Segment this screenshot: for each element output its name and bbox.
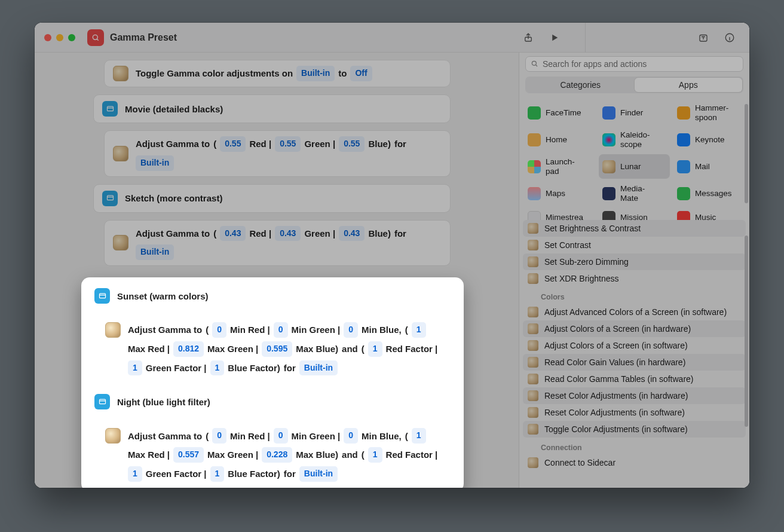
- app-label: Mail: [695, 162, 710, 172]
- action-item[interactable]: Set Brightness & Contrast: [523, 220, 746, 237]
- app-label: Launch- pad: [546, 157, 575, 176]
- minimize-window-button[interactable]: [56, 34, 63, 41]
- lunar-icon: [528, 307, 538, 317]
- action-item[interactable]: Toggle Color Adjustments (in software): [523, 421, 746, 438]
- svg-rect-4: [107, 106, 113, 111]
- state-token[interactable]: Off: [350, 66, 372, 81]
- app-finder[interactable]: Finder: [599, 100, 670, 125]
- screen-token[interactable]: Built-in: [299, 360, 338, 376]
- action-text: Toggle Gamma color adjustments on: [136, 66, 293, 81]
- screen-token[interactable]: Built-in: [299, 466, 338, 482]
- menu-item-label: Sunset (warm colors): [117, 291, 209, 301]
- green-token[interactable]: 0.43: [275, 226, 301, 241]
- close-window-button[interactable]: [44, 34, 51, 41]
- svg-rect-8: [99, 399, 105, 404]
- app-kaleido-scope[interactable]: Kaleido- scope: [599, 127, 670, 152]
- screen-token[interactable]: Built-in: [136, 155, 174, 171]
- lunar-icon: [113, 66, 128, 81]
- tab-categories[interactable]: Categories: [526, 78, 635, 92]
- action-item[interactable]: Set Sub-zero Dimming: [523, 253, 746, 270]
- lunar-icon: [528, 357, 538, 368]
- action-adjust-gamma-movie[interactable]: Adjust Gamma to ( 0.55 Red | 0.55 Green …: [104, 130, 451, 177]
- info-button[interactable]: [719, 29, 740, 46]
- app-label: Keynote: [695, 135, 725, 145]
- action-toggle-gamma[interactable]: Toggle Gamma color adjustments on Built-…: [104, 60, 451, 87]
- action-label: Set Brightness & Contrast: [544, 224, 641, 233]
- library-button[interactable]: [693, 29, 713, 46]
- screen-token[interactable]: Built-in: [136, 244, 174, 260]
- action-item[interactable]: Set XDR Brightness: [523, 270, 746, 287]
- highlighted-actions: Sunset (warm colors) Adjust Gamma to ( 0…: [81, 277, 464, 488]
- share-button[interactable]: [518, 29, 538, 46]
- menu-item-sketch[interactable]: Sketch (more contrast): [93, 184, 451, 213]
- lunar-icon: [528, 390, 538, 401]
- action-adjust-gamma-sunset[interactable]: Adjust Gamma to ( 0 Min Red | 0 Min Gree…: [97, 317, 459, 381]
- app-mail[interactable]: Mail: [673, 154, 745, 179]
- action-item[interactable]: Adjust Colors of a Screen (in software): [523, 337, 746, 354]
- toolbar-divider: [585, 23, 586, 53]
- app-icon: [677, 133, 690, 146]
- app-icon: [602, 187, 615, 200]
- app-icon: [677, 187, 690, 200]
- lunar-icon: [528, 223, 538, 234]
- app-messages[interactable]: Messages: [673, 181, 745, 206]
- app-facetime[interactable]: FaceTime: [524, 100, 595, 125]
- red-token[interactable]: 0.43: [220, 226, 246, 241]
- screen-token[interactable]: Built-in: [296, 66, 335, 81]
- action-label: Set Contrast: [544, 240, 591, 250]
- action-item[interactable]: Connect to Sidecar: [523, 454, 746, 471]
- action-adjust-gamma-night[interactable]: Adjust Gamma to ( 0 Min Red | 0 Min Gree…: [97, 423, 459, 487]
- menu-icon: [94, 288, 110, 304]
- menu-item-night[interactable]: Night (blue light filter): [86, 388, 459, 415]
- workflow-canvas[interactable]: Toggle Gamma color adjustments on Built-…: [35, 53, 519, 488]
- action-item[interactable]: Reset Color Adjustments (in hardware): [523, 387, 746, 404]
- group-colors: Colors: [523, 287, 746, 304]
- search-field[interactable]: [525, 56, 743, 72]
- blue-token[interactable]: 0.43: [339, 226, 365, 241]
- menu-item-sunset[interactable]: Sunset (warm colors): [86, 282, 459, 310]
- run-button[interactable]: [544, 29, 565, 46]
- menu-item-movie[interactable]: Movie (detailed blacks): [93, 94, 451, 123]
- app-keynote[interactable]: Keynote: [673, 127, 745, 152]
- app-icon: [528, 160, 541, 173]
- library-tabs: Categories Apps: [525, 77, 743, 93]
- search-input[interactable]: [543, 59, 738, 69]
- blue-token[interactable]: 0.55: [339, 136, 365, 152]
- app-label: Kaleido- scope: [620, 130, 650, 149]
- app-icon: [677, 106, 690, 120]
- actions-list: Set Brightness & ContrastSet ContrastSet…: [523, 220, 746, 471]
- lunar-icon: [105, 428, 121, 444]
- red-token[interactable]: 0.55: [220, 136, 246, 152]
- action-item[interactable]: Adjust Colors of a Screen (in hardware): [523, 320, 746, 337]
- app-media-mate[interactable]: Media- Mate: [599, 181, 670, 206]
- svg-point-9: [532, 61, 536, 65]
- action-item[interactable]: Read Color Gamma Tables (in software): [523, 371, 746, 387]
- app-launch-pad[interactable]: Launch- pad: [524, 154, 595, 179]
- action-adjust-gamma-sketch[interactable]: Adjust Gamma to ( 0.43 Red | 0.43 Green …: [104, 220, 451, 267]
- green-token[interactable]: 0.55: [275, 136, 301, 152]
- app-hammer-spoon[interactable]: Hammer- spoon: [673, 100, 745, 125]
- action-label: Set XDR Brightness: [544, 274, 619, 283]
- action-item[interactable]: Adjust Advanced Colors of a Screen (in s…: [523, 304, 746, 320]
- actions-scrollbar[interactable]: [745, 236, 748, 427]
- menu-item-label: Night (blue light filter): [117, 397, 210, 407]
- lunar-icon: [528, 256, 538, 267]
- app-icon: [528, 106, 541, 120]
- app-label: Finder: [620, 108, 643, 118]
- app-lunar[interactable]: Lunar: [599, 154, 670, 179]
- svg-rect-7: [99, 293, 105, 298]
- zoom-window-button[interactable]: [68, 34, 75, 41]
- app-home[interactable]: Home: [524, 127, 595, 152]
- action-item[interactable]: Set Contrast: [523, 237, 746, 253]
- window-title: Gamma Preset: [110, 32, 177, 43]
- titlebar: Gamma Preset: [35, 23, 749, 53]
- app-maps[interactable]: Maps: [524, 181, 595, 206]
- apps-scrollbar[interactable]: [745, 104, 748, 203]
- tab-apps[interactable]: Apps: [635, 78, 743, 92]
- menu-icon: [94, 394, 110, 409]
- action-item[interactable]: Read Color Gain Values (in hardware): [523, 354, 746, 371]
- menu-icon: [102, 101, 118, 117]
- lunar-icon: [528, 407, 538, 418]
- action-item[interactable]: Reset Color Adjustments (in software): [523, 404, 746, 421]
- action-label: Adjust Colors of a Screen (in hardware): [544, 324, 691, 334]
